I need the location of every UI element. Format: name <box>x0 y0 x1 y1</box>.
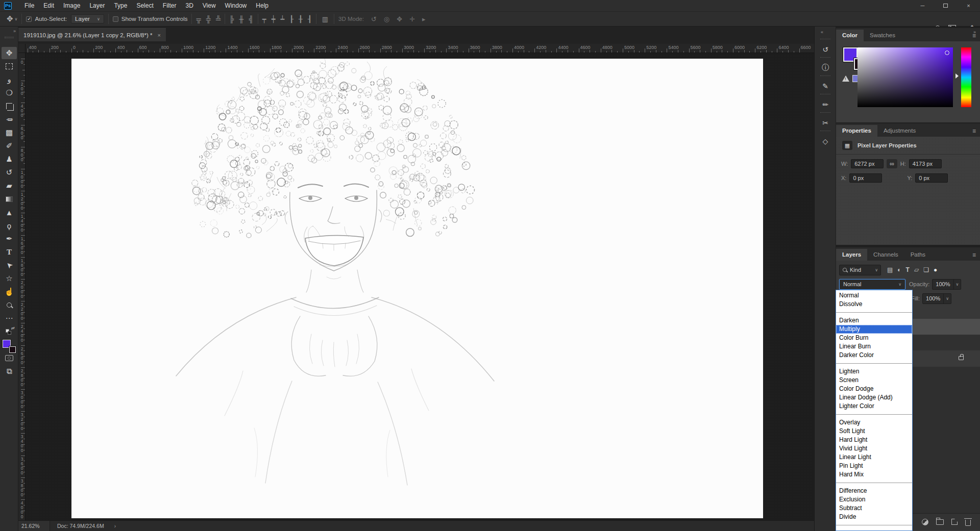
status-options-chevron-icon[interactable]: › <box>111 523 119 529</box>
align-horizontal-centers-icon[interactable]: ╫ <box>239 15 243 23</box>
dodge-tool[interactable]: ϙ <box>2 219 17 232</box>
blend-mode-option-darken[interactable]: Darken <box>836 316 912 325</box>
tab-paths[interactable]: Paths <box>904 249 932 261</box>
hand-tool[interactable]: ☝ <box>2 286 17 298</box>
distribute-top-icon[interactable]: ┯ <box>262 15 266 23</box>
blend-mode-option-color-burn[interactable]: Color Burn <box>836 334 912 342</box>
delete-layer-icon[interactable] <box>965 520 971 526</box>
close-button[interactable]: × <box>957 0 980 11</box>
hue-slider-arrow[interactable] <box>955 73 959 79</box>
new-layer-icon[interactable] <box>951 519 958 525</box>
distribute-left-icon[interactable]: ┠ <box>289 15 293 23</box>
menu-help[interactable]: Help <box>251 1 273 10</box>
color-cursor[interactable] <box>945 50 949 55</box>
tab-color[interactable]: Color <box>836 30 864 41</box>
3d-roll-icon[interactable]: ◎ <box>384 15 389 23</box>
minimize-button[interactable]: ─ <box>911 0 934 11</box>
blur-tool[interactable]: ▲ <box>2 206 17 218</box>
blend-mode-combobox[interactable]: Normal ∨ <box>839 279 905 290</box>
blend-mode-option-divide[interactable]: Divide <box>836 513 912 521</box>
zoom-tool[interactable] <box>2 299 17 311</box>
info-panel-icon[interactable]: ⓘ <box>815 60 836 75</box>
align-top-edges-icon[interactable]: ╦ <box>196 15 201 23</box>
tab-swatches[interactable]: Swatches <box>864 30 901 41</box>
align-vertical-centers-icon[interactable]: ╬ <box>206 15 211 23</box>
blend-mode-option-difference[interactable]: Difference <box>836 487 912 495</box>
screen-mode-toggle[interactable]: ⧉ <box>2 365 17 377</box>
align-left-edges-icon[interactable]: ╠ <box>229 15 234 23</box>
blend-mode-option-color-dodge[interactable]: Color Dodge <box>836 385 912 393</box>
blend-mode-option-exclusion[interactable]: Exclusion <box>836 495 912 504</box>
eyedropper-tool[interactable]: ✎ <box>2 113 17 125</box>
toolbar-expand-icon[interactable]: » <box>13 29 16 34</box>
align-right-edges-icon[interactable]: ╣ <box>249 15 254 23</box>
auto-select-target-dropdown[interactable]: Layer∨ <box>71 14 104 23</box>
blend-mode-option-screen[interactable]: Screen <box>836 376 912 385</box>
3d-panel-icon[interactable]: ◇ <box>815 134 836 149</box>
filter-pixel-layers-icon[interactable]: ▤ <box>887 266 893 273</box>
tool-presets-panel-icon[interactable]: ✏ <box>815 97 836 112</box>
blend-mode-option-hue[interactable]: Hue <box>836 529 912 531</box>
expand-panels-icon[interactable]: » <box>973 30 976 35</box>
distribute-right-icon[interactable]: ┨ <box>308 15 312 23</box>
filter-adjustment-layers-icon[interactable]: ◐ <box>897 266 901 273</box>
blend-mode-option-linear-burn[interactable]: Linear Burn <box>836 342 912 351</box>
brush-settings-panel-icon[interactable]: ✎ <box>815 79 836 94</box>
3d-camera-icon[interactable]: ▸ <box>422 15 426 23</box>
y-field[interactable]: 0 px <box>915 173 948 183</box>
menu-type[interactable]: Type <box>109 1 132 10</box>
gamut-warning-icon[interactable] <box>842 75 849 82</box>
auto-select-checkbox[interactable]: ✓ <box>26 16 32 22</box>
width-field[interactable]: 6272 px <box>851 159 884 168</box>
marquee-tool[interactable] <box>2 60 17 72</box>
panel-menu-icon[interactable]: ≡ <box>968 249 980 261</box>
height-field[interactable]: 4173 px <box>909 159 942 168</box>
menu-3d[interactable]: 3D <box>181 1 198 10</box>
fill-field[interactable]: 100%∨ <box>922 293 951 304</box>
document-canvas[interactable] <box>71 59 763 518</box>
collapse-panels-icon[interactable]: « <box>821 30 823 35</box>
x-field[interactable]: 0 px <box>849 173 882 183</box>
menu-filter[interactable]: Filter <box>158 1 181 10</box>
panel-menu-icon[interactable]: ≡ <box>968 125 980 137</box>
new-adjustment-layer-icon[interactable] <box>922 519 928 525</box>
menu-select[interactable]: Select <box>132 1 158 10</box>
distribute-bottom-icon[interactable]: ┷ <box>280 15 284 23</box>
libraries-panel-icon[interactable]: ✂ <box>815 115 836 131</box>
toolbar-grip[interactable] <box>5 37 14 38</box>
3d-slide-icon[interactable]: ✛ <box>409 15 415 23</box>
3d-orbit-icon[interactable]: ↺ <box>371 15 377 23</box>
type-tool[interactable]: T <box>2 246 17 258</box>
blend-mode-option-lighten[interactable]: Lighten <box>836 367 912 376</box>
gradient-tool[interactable] <box>2 193 17 205</box>
pen-tool[interactable]: ✒ <box>2 233 17 245</box>
custom-shape-tool[interactable]: ☆ <box>2 272 17 285</box>
filter-shape-layers-icon[interactable]: ▱ <box>914 266 919 273</box>
blend-mode-option-dissolve[interactable]: Dissolve <box>836 300 912 309</box>
history-brush-tool[interactable]: ↺ <box>2 166 17 179</box>
tab-properties[interactable]: Properties <box>836 125 877 137</box>
blend-mode-option-normal[interactable]: Normal <box>836 291 912 300</box>
opacity-field[interactable]: 100%∨ <box>932 279 961 290</box>
filter-smart-objects-icon[interactable]: ❏ <box>923 266 929 273</box>
tab-adjustments[interactable]: Adjustments <box>877 125 922 137</box>
tool-preset-chevron-icon[interactable]: ∨ <box>15 17 18 21</box>
new-group-icon[interactable] <box>936 519 944 525</box>
quick-selection-tool[interactable]: ❍ <box>2 87 17 99</box>
blend-mode-option-hard-light[interactable]: Hard Light <box>836 436 912 444</box>
hue-slider[interactable] <box>961 47 971 107</box>
path-selection-tool[interactable]: ➤ <box>2 259 17 271</box>
history-panel-icon[interactable]: ↺ <box>815 42 836 57</box>
crop-tool[interactable] <box>2 100 17 112</box>
3d-pan-icon[interactable]: ✥ <box>397 15 402 23</box>
show-transform-checkbox[interactable] <box>113 16 118 22</box>
healing-brush-tool[interactable]: ▩ <box>2 127 17 139</box>
tab-channels[interactable]: Channels <box>867 249 904 261</box>
menu-image[interactable]: Image <box>59 1 85 10</box>
menu-layer[interactable]: Layer <box>85 1 109 10</box>
blend-mode-option-overlay[interactable]: Overlay <box>836 418 912 427</box>
align-bottom-edges-icon[interactable]: ╩ <box>216 15 220 23</box>
menu-window[interactable]: Window <box>220 1 252 10</box>
blend-mode-option-soft-light[interactable]: Soft Light <box>836 427 912 436</box>
link-dimensions-icon[interactable]: ∞ <box>887 159 897 168</box>
